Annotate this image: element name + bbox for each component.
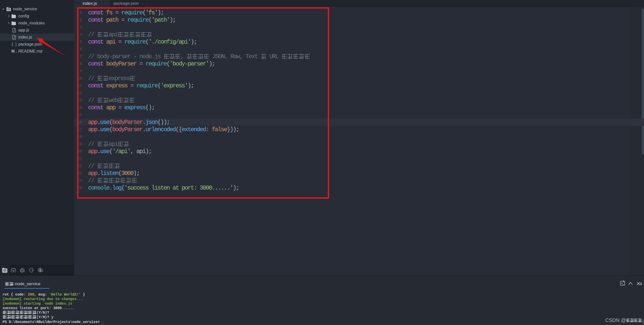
svg-text:J: J: [13, 37, 15, 39]
svg-text:J: J: [13, 29, 15, 32]
